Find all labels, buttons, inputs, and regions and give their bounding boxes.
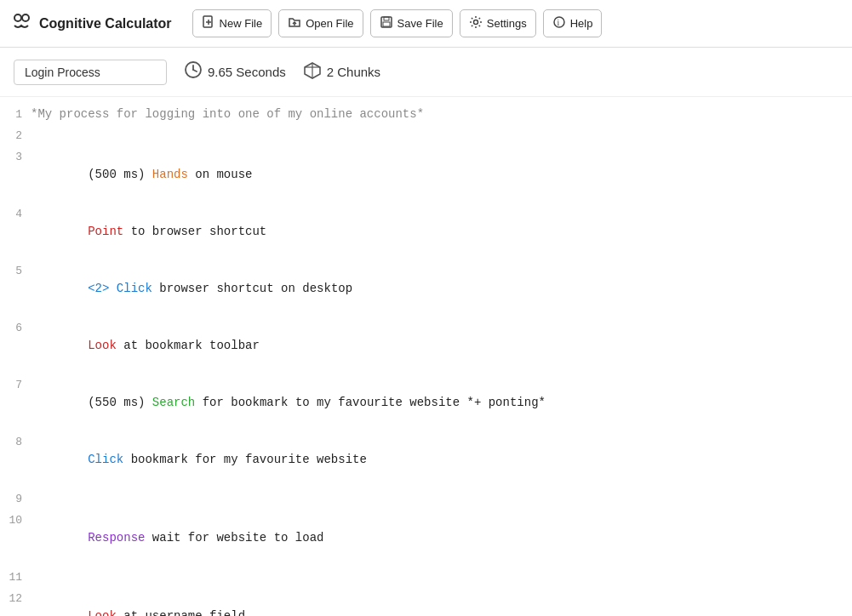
svg-line-14	[193, 70, 197, 71]
process-name-input[interactable]	[14, 60, 167, 85]
table-row: 8 Click bookmark for my favourite websit…	[0, 431, 852, 488]
table-row: 3 (500 ms) Hands on mouse	[0, 146, 852, 203]
sub-toolbar: 9.65 Seconds 2 Chunks	[0, 48, 852, 97]
new-file-label: New File	[220, 17, 263, 30]
open-file-label: Open File	[306, 17, 353, 30]
new-file-icon	[202, 15, 215, 31]
help-icon: i	[552, 15, 566, 31]
logo-icon	[10, 10, 32, 37]
table-row: 10 Response wait for website to load	[0, 510, 852, 567]
clock-icon	[184, 60, 203, 83]
open-file-button[interactable]: Open File	[278, 9, 363, 37]
chunks-label: 2 Chunks	[327, 65, 380, 79]
table-row: 12 Look at username field	[0, 588, 852, 616]
table-row: 4 Point to browser shortcut	[0, 203, 852, 260]
toolbar: Cognitive Calculator New File Open File	[0, 0, 852, 48]
app-title: Cognitive Calculator	[39, 16, 172, 31]
save-file-label: Save File	[397, 17, 443, 30]
help-label: Help	[570, 17, 593, 30]
settings-label: Settings	[487, 17, 527, 30]
chunks-stat: 2 Chunks	[303, 60, 380, 83]
save-file-button[interactable]: Save File	[370, 9, 453, 37]
table-row: 9	[0, 488, 852, 510]
settings-button[interactable]: Settings	[460, 9, 536, 37]
table-row: 11	[0, 567, 852, 588]
open-file-icon	[288, 15, 301, 31]
new-file-button[interactable]: New File	[192, 9, 272, 37]
svg-point-9	[473, 20, 477, 25]
code-editor[interactable]: 1 *My process for logging into one of my…	[0, 97, 852, 616]
table-row: 6 Look at bookmark toolbar	[0, 317, 852, 374]
table-row: 7 (550 ms) Search for bookmark to my fav…	[0, 374, 852, 431]
svg-rect-8	[383, 22, 390, 26]
app-logo: Cognitive Calculator	[10, 10, 172, 37]
time-stat: 9.65 Seconds	[184, 60, 286, 83]
time-label: 9.65 Seconds	[208, 65, 286, 79]
svg-text:i: i	[557, 18, 559, 27]
main-area: 1 *My process for logging into one of my…	[0, 97, 852, 616]
settings-icon	[469, 15, 483, 31]
help-button[interactable]: i Help	[543, 9, 603, 37]
table-row: 2	[0, 125, 852, 146]
svg-point-0	[14, 14, 21, 21]
table-row: 5 <2> Click browser shortcut on desktop	[0, 260, 852, 317]
save-file-icon	[380, 15, 393, 31]
cube-icon	[303, 60, 322, 83]
svg-point-1	[22, 14, 29, 21]
table-row: 1 *My process for logging into one of my…	[0, 104, 852, 125]
